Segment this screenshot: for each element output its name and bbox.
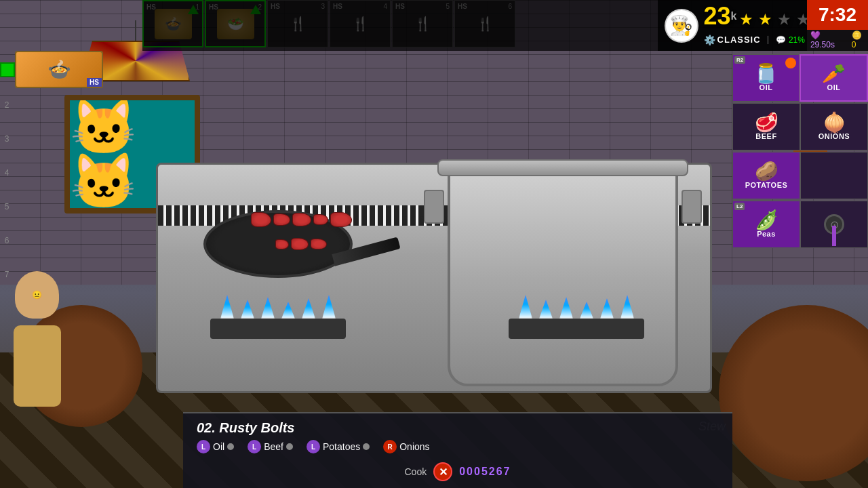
inv-button-r2-oil: R2 xyxy=(734,56,745,64)
oil-indicator-dot xyxy=(785,58,796,68)
npc-character: 😐 xyxy=(7,271,68,407)
coins-icon: 🪙 xyxy=(852,30,862,40)
burner-left xyxy=(210,319,346,339)
money-value: 29.50s xyxy=(810,40,835,49)
cook-label: Cook xyxy=(405,466,427,477)
mode-label: CLASSIC xyxy=(717,35,761,45)
row-num-6: 6 xyxy=(0,224,14,258)
inv-row-3: 🥔 POTATOES xyxy=(732,152,868,199)
potatoes-label: POTATOES xyxy=(745,181,788,189)
pot-handle-left xyxy=(424,190,444,224)
flame xyxy=(620,295,634,319)
onions-icon: 🧅 xyxy=(823,113,846,132)
chat-pct-value: 21% xyxy=(789,35,805,45)
burner-right xyxy=(509,319,644,339)
money-display: 💜 29.50s xyxy=(810,30,846,49)
inv-cell-peas[interactable]: L2 🫛 Peas xyxy=(732,201,800,248)
inv-cell-beef[interactable]: 🥩 BEEF xyxy=(732,103,800,150)
star-2: ★ xyxy=(759,12,771,27)
inv-cell-onions[interactable]: 🧅 ONIONS xyxy=(800,103,868,150)
potatoes-ingredient-label: Potatoes xyxy=(323,441,360,452)
pot-rim xyxy=(437,159,688,176)
beef-ingredient-label: Beef xyxy=(264,441,283,452)
onions-button: R xyxy=(383,440,397,453)
active-indicator xyxy=(0,62,15,77)
hs-badge: HS xyxy=(87,78,102,87)
inv-button-l2-peas: L2 xyxy=(734,203,745,210)
chef-avatar: 👨‍🍳 xyxy=(665,9,698,43)
flame-left xyxy=(217,291,339,319)
chat-percentage: 💬 21% xyxy=(776,35,805,45)
oil-dot xyxy=(227,443,234,450)
money-icon: 💜 xyxy=(810,30,821,40)
lamp-cord xyxy=(135,20,136,41)
flame xyxy=(580,302,593,319)
mode-container: ⚙️ CLASSIC xyxy=(704,35,761,45)
inv-cell-empty xyxy=(800,152,868,199)
flame xyxy=(220,295,234,319)
meat-piece xyxy=(330,212,352,227)
onions-ingredient-label: Onions xyxy=(399,441,429,452)
meat-piece xyxy=(291,238,309,250)
meat-piece xyxy=(251,212,271,227)
peas-label: Peas xyxy=(757,230,776,238)
inv-cell-carrots[interactable]: 🥕 oil xyxy=(800,54,868,102)
cooking-pot xyxy=(434,136,692,407)
score-value: 23 xyxy=(704,2,731,30)
row-num-7: 7 xyxy=(0,258,14,291)
potatoes-icon: 🥔 xyxy=(755,162,778,181)
flame xyxy=(261,297,275,319)
flame xyxy=(539,300,553,319)
carrots-icon: 🥕 xyxy=(822,64,846,83)
ingredient-onions: R Onions xyxy=(383,440,429,453)
cook-x-button[interactable]: ✕ xyxy=(433,462,452,481)
ingredient-beef: L Beef xyxy=(248,440,293,453)
npc-head: 😐 xyxy=(15,271,59,319)
beef-button: L xyxy=(248,440,261,453)
onions-label: ONIONS xyxy=(818,132,850,140)
pot-body xyxy=(448,169,678,386)
oil-icon: 🫙 xyxy=(754,64,778,83)
frying-pan xyxy=(183,176,359,285)
row-num-5: 5 xyxy=(0,190,14,224)
inv-row-4: L2 🫛 Peas ⊙ xyxy=(732,201,868,248)
star-3: ★ xyxy=(778,12,790,27)
mode-icon: ⚙️ xyxy=(704,35,715,45)
flame xyxy=(600,298,614,319)
meat-piece xyxy=(311,239,327,249)
order-panel: 02. Rusty Bolts L Oil L Beef L Potatoes … xyxy=(183,412,732,488)
timer: 7:32 xyxy=(807,0,868,30)
cook-action-bar: Cook ✕ 0005267 xyxy=(197,459,719,485)
inv-row-2: 🥩 BEEF 🧅 ONIONS xyxy=(732,103,868,150)
carrots-label: oil xyxy=(827,83,841,92)
potatoes-dot xyxy=(363,443,370,450)
potatoes-button: L xyxy=(307,440,320,453)
star-1: ★ xyxy=(740,12,752,27)
meat-piece xyxy=(273,214,290,226)
pan-body xyxy=(203,210,353,278)
row-num-4: 4 xyxy=(0,156,14,190)
peas-icon: 🫛 xyxy=(755,211,778,230)
chat-icon: 💬 xyxy=(776,35,786,45)
flame xyxy=(519,295,532,319)
coins-display: 🪙 0 xyxy=(852,30,868,49)
inv-cell-controls: ⊙ xyxy=(800,201,868,248)
oil-ingredient-label: Oil xyxy=(213,441,224,452)
inv-row-1: R2 🫙 OIL 🥕 oil xyxy=(732,54,868,102)
left-number-column: 1 2 3 4 5 6 7 xyxy=(0,54,14,291)
stats-row: ⚙️ CLASSIC │ 💬 21% 💜 29.50s 🪙 0 xyxy=(704,30,868,49)
inv-cell-potatoes[interactable]: 🥔 POTATOES xyxy=(732,152,800,199)
flame-right xyxy=(515,291,637,319)
meat-pieces xyxy=(247,207,355,255)
meat-piece xyxy=(275,239,289,249)
table-right xyxy=(712,285,868,420)
pot-handle-right xyxy=(682,190,702,224)
cook-code: 0005267 xyxy=(459,466,511,478)
inv-cell-oil[interactable]: R2 🫙 OIL xyxy=(732,54,800,102)
progress-bar xyxy=(832,226,836,246)
flame xyxy=(302,298,315,319)
hud-right-bar: 👨‍🍳 23k ★ ★ ★ ★ ★ ⚙️ CLASSIC │ 💬 21% xyxy=(658,0,868,51)
meat-piece xyxy=(292,213,311,226)
order-name: 02. Rusty Bolts xyxy=(197,420,719,436)
separator-1: │ xyxy=(766,36,770,43)
